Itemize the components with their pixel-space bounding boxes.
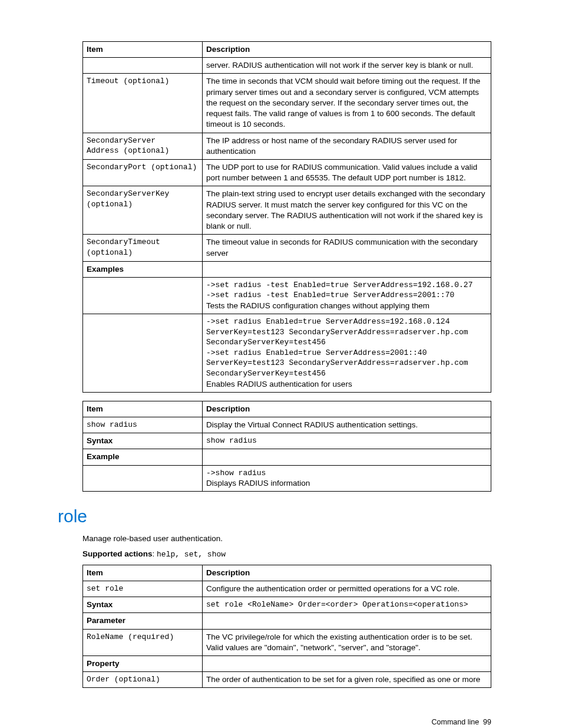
role-intro: Manage role-based user authentication. <box>82 533 491 544</box>
example-code: ->set radius -test Enabled=true ServerAd… <box>206 280 487 301</box>
prop-desc: The plain-text string used to encrypt us… <box>203 186 491 235</box>
table-row: server. RADIUS authentication will not w… <box>83 58 491 74</box>
supported-actions-values: help, set, show <box>157 550 226 559</box>
syntax-label: Syntax <box>83 433 203 449</box>
col-item-header: Item <box>83 565 203 581</box>
examples-label: Examples <box>83 261 203 277</box>
property-label: Property <box>83 655 203 671</box>
syntax-value: show radius <box>203 433 491 449</box>
example-code: ->set radius Enabled=true ServerAddress=… <box>206 317 487 378</box>
cmd-desc: Display the Virtual Connect RADIUS authe… <box>203 417 491 433</box>
prop-desc: The timeout value in seconds for RADIUS … <box>203 235 491 261</box>
prop-desc: The UDP port to use for RADIUS communica… <box>203 159 491 186</box>
syntax-value: set role <RoleName> Order=<order> Operat… <box>203 597 491 613</box>
table-row: SecondaryServerKey (optional) The plain-… <box>83 186 491 235</box>
set-role-table: Item Description set role Configure the … <box>82 565 491 689</box>
example-code: ->show radius <box>206 468 487 479</box>
role-supported: Supported actions: help, set, show <box>82 549 491 560</box>
prop-name: SecondaryServer Address (optional) <box>83 133 203 159</box>
prop-desc: The order of authentication to be set fo… <box>203 672 491 688</box>
cmd-desc: Configure the authentication order or pe… <box>203 581 491 597</box>
footer-section: Command line <box>432 718 480 726</box>
table-row: Syntax set role <RoleName> Order=<order>… <box>83 597 491 613</box>
radius-properties-table: Item Description server. RADIUS authenti… <box>82 41 491 393</box>
cmd-name: set role <box>83 581 203 597</box>
show-radius-table: Item Description show radius Display the… <box>82 401 491 492</box>
col-item-header: Item <box>83 42 203 58</box>
table-row: set role Configure the authentication or… <box>83 581 491 597</box>
table-row: show radius Display the Virtual Connect … <box>83 417 491 433</box>
prop-name: SecondaryTimeout (optional) <box>83 235 203 261</box>
col-desc-header: Description <box>203 42 491 58</box>
example-text: Tests the RADIUS configuration changes w… <box>206 301 487 311</box>
prop-name: Timeout (optional) <box>83 74 203 133</box>
table-row: Syntax show radius <box>83 433 491 449</box>
table-row: Order (optional) The order of authentica… <box>83 672 491 688</box>
page-footer: Command line 99 <box>82 717 491 727</box>
parameter-label: Parameter <box>83 613 203 629</box>
syntax-label: Syntax <box>83 597 203 613</box>
table-row: ->show radius Displays RADIUS informatio… <box>83 465 491 492</box>
example-text: Enables RADIUS authentication for users <box>206 379 487 390</box>
example-row: ->set radius Enabled=true ServerAddress=… <box>83 314 491 393</box>
prop-name <box>83 58 203 74</box>
param-name: RoleName (required) <box>83 629 203 655</box>
table-row: SecondaryTimeout (optional) The timeout … <box>83 235 491 261</box>
footer-page-number: 99 <box>483 718 491 726</box>
col-desc-header: Description <box>203 565 491 581</box>
param-desc: The VC privilege/role for which the exis… <box>203 629 491 655</box>
example-label: Example <box>83 449 203 465</box>
table-row: RoleName (required) The VC privilege/rol… <box>83 629 491 655</box>
table-row: SecondaryPort (optional) The UDP port to… <box>83 159 491 186</box>
prop-desc: The time in seconds that VCM should wait… <box>203 74 491 133</box>
table-row: Property <box>83 655 491 671</box>
table-row: Timeout (optional) The time in seconds t… <box>83 74 491 133</box>
prop-name: SecondaryServerKey (optional) <box>83 186 203 235</box>
prop-name: SecondaryPort (optional) <box>83 159 203 186</box>
example-row: ->set radius -test Enabled=true ServerAd… <box>83 277 491 314</box>
prop-desc: server. RADIUS authentication will not w… <box>203 58 491 74</box>
prop-name: Order (optional) <box>83 672 203 688</box>
table-row: SecondaryServer Address (optional) The I… <box>83 133 491 159</box>
col-item-header: Item <box>83 401 203 417</box>
col-desc-header: Description <box>203 401 491 417</box>
examples-header-row: Examples <box>83 261 491 277</box>
prop-desc: The IP address or host name of the secon… <box>203 133 491 159</box>
supported-actions-label: Supported actions <box>82 549 153 558</box>
cmd-name: show radius <box>83 417 203 433</box>
section-heading-role: role <box>58 505 491 529</box>
example-text: Displays RADIUS information <box>206 478 487 489</box>
table-row: Example <box>83 449 491 465</box>
table-row: Parameter <box>83 613 491 629</box>
